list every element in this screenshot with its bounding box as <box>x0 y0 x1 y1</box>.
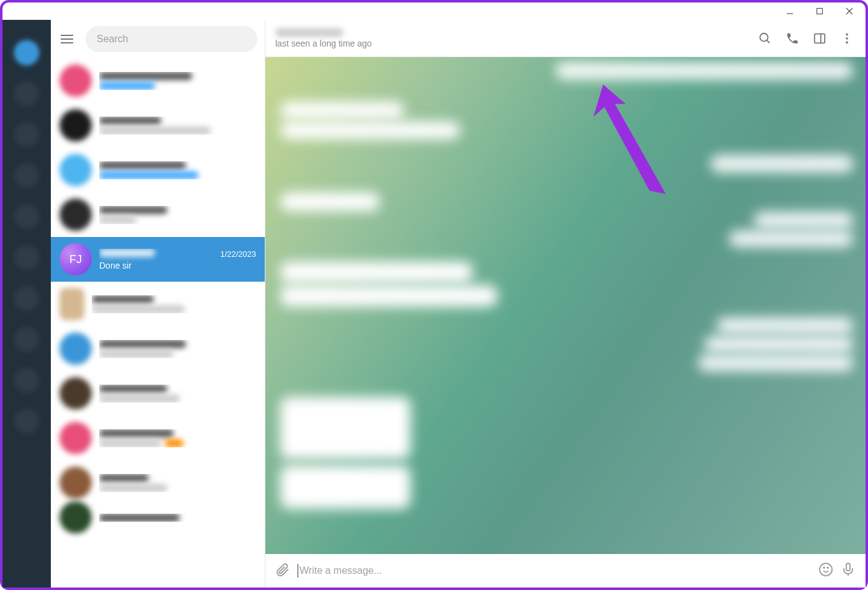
chat-area: last seen a long time ago <box>265 20 866 588</box>
svg-rect-9 <box>815 34 825 43</box>
chat-item[interactable] <box>51 460 265 505</box>
svg-rect-17 <box>846 563 850 571</box>
svg-line-8 <box>767 40 770 43</box>
folder-item[interactable] <box>2 114 51 155</box>
chat-item[interactable] <box>51 58 265 103</box>
folder-item[interactable] <box>2 73 51 114</box>
messages-area[interactable] <box>265 57 866 554</box>
chat-name <box>99 249 155 257</box>
svg-point-14 <box>820 563 832 576</box>
svg-point-13 <box>846 41 848 43</box>
chat-header-name <box>275 28 343 37</box>
chat-item[interactable] <box>51 282 265 326</box>
annotation-arrow <box>591 82 678 208</box>
chat-item[interactable] <box>51 371 265 416</box>
folder-item[interactable] <box>2 401 51 442</box>
window-minimize-button[interactable] <box>779 4 801 19</box>
chat-item[interactable] <box>51 505 265 530</box>
chat-item[interactable] <box>51 103 265 148</box>
folder-item[interactable] <box>2 360 51 401</box>
microphone-icon[interactable] <box>841 562 856 579</box>
svg-point-12 <box>846 37 848 40</box>
window-maximize-button[interactable] <box>808 4 831 19</box>
chat-date: 1/22/2023 <box>220 249 256 259</box>
svg-rect-1 <box>817 9 823 14</box>
chat-header[interactable]: last seen a long time ago <box>265 20 866 57</box>
svg-point-11 <box>846 33 848 35</box>
folder-item[interactable] <box>2 237 51 278</box>
attach-icon[interactable] <box>275 562 290 579</box>
search-icon[interactable] <box>756 30 774 47</box>
svg-point-7 <box>760 33 768 41</box>
phone-icon[interactable] <box>784 30 801 47</box>
sidebar-panel-icon[interactable] <box>811 30 828 47</box>
message-input[interactable] <box>299 565 811 576</box>
chat-item[interactable] <box>51 416 265 460</box>
svg-point-16 <box>827 567 828 568</box>
emoji-icon[interactable] <box>818 562 833 579</box>
avatar: FJ <box>60 243 92 275</box>
folder-item[interactable] <box>2 319 51 360</box>
text-cursor <box>298 564 298 578</box>
menu-icon[interactable] <box>55 27 79 51</box>
search-input[interactable]: Search <box>86 26 257 52</box>
more-icon[interactable] <box>838 30 856 47</box>
message-input-bar <box>265 554 866 588</box>
chat-item[interactable] <box>51 148 265 192</box>
folder-item[interactable] <box>2 32 51 73</box>
chat-header-status: last seen a long time ago <box>275 38 756 48</box>
folder-item[interactable] <box>2 196 51 237</box>
folder-item[interactable] <box>2 278 51 319</box>
window-titlebar <box>2 2 866 20</box>
folder-item[interactable] <box>2 155 51 196</box>
folders-sidebar <box>2 20 51 588</box>
search-placeholder: Search <box>97 34 128 45</box>
chat-item[interactable] <box>51 192 265 237</box>
chat-list-pane: Search <box>51 20 265 588</box>
window-close-button[interactable] <box>838 4 861 19</box>
svg-point-15 <box>823 567 825 568</box>
chat-preview: Done sir <box>99 261 256 270</box>
chat-item-selected[interactable]: FJ 1/22/2023 Done sir <box>51 237 265 282</box>
chat-item[interactable] <box>51 326 265 371</box>
